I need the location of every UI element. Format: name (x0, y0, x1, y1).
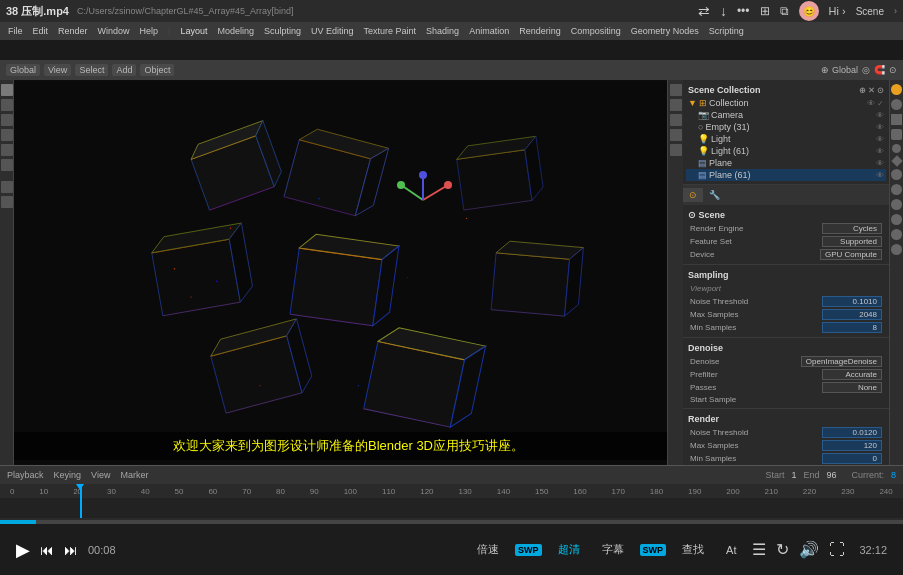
timeline-btn-playback[interactable]: Playback (4, 470, 47, 480)
prev-frame-button[interactable]: ⏮ (40, 543, 54, 557)
tool-annotate[interactable] (1, 181, 13, 193)
visibility-plane61[interactable]: 👁 (876, 171, 884, 180)
proportional-edit[interactable]: ⊙ (889, 65, 897, 75)
tool-scale[interactable] (1, 144, 13, 156)
at-label[interactable]: At (720, 542, 742, 558)
menu-item-window[interactable]: Window (94, 26, 134, 36)
hi-label[interactable]: Hi › (829, 5, 846, 17)
props-tab-render[interactable]: ⊙ (683, 188, 703, 202)
sampling-header[interactable]: Sampling (686, 268, 886, 282)
collection-item-empty[interactable]: ○ Empty (31) 👁 (686, 121, 886, 133)
pip-icon[interactable]: ⧉ (780, 4, 789, 18)
loop-icon[interactable]: ↻ (776, 540, 789, 559)
view-button[interactable]: View (44, 64, 71, 76)
tool-cursor[interactable] (1, 99, 13, 111)
collection-item-plane61[interactable]: ▤ Plane (61) 👁 (686, 169, 886, 181)
passes-value[interactable]: None (822, 382, 882, 393)
menu-item-uv-editing[interactable]: UV Editing (307, 26, 358, 36)
share-icon[interactable]: ⇄ (698, 3, 710, 19)
visibility-empty[interactable]: 👁 (876, 123, 884, 132)
menu-item-file[interactable]: File (4, 26, 27, 36)
menu-item-texture-paint[interactable]: Texture Paint (360, 26, 421, 36)
render-bottom-header[interactable]: Render (686, 412, 886, 426)
search-control[interactable]: 查找 (676, 540, 710, 559)
timeline-btn-view[interactable]: View (88, 470, 113, 480)
more-icon[interactable]: ••• (737, 4, 750, 18)
progress-bar[interactable] (0, 520, 903, 524)
prop-constraints[interactable] (891, 214, 902, 225)
viewport-overlay[interactable] (670, 129, 682, 141)
select-button[interactable]: Select (75, 64, 108, 76)
timeline-track[interactable] (0, 498, 903, 518)
prop-scene[interactable] (891, 129, 902, 140)
menu-item-animation[interactable]: Animation (465, 26, 513, 36)
prop-world[interactable] (892, 144, 901, 153)
menu-item-sculpting[interactable]: Sculpting (260, 26, 305, 36)
prop-modifier[interactable] (891, 169, 902, 180)
menu-item-geometry-nodes[interactable]: Geometry Nodes (627, 26, 703, 36)
render-noise-threshold-value[interactable]: 0.0120 (822, 427, 882, 438)
menu-item-render[interactable]: Render (54, 26, 92, 36)
prop-particles[interactable] (891, 184, 902, 195)
visibility-icon[interactable]: 👁 (867, 99, 875, 108)
feature-set-value[interactable]: Supported (822, 236, 882, 247)
tool-transform[interactable] (1, 159, 13, 171)
tool-rotate[interactable] (1, 129, 13, 141)
collection-item-plane[interactable]: ▤ Plane 👁 (686, 157, 886, 169)
menu-item-scripting[interactable]: Scripting (705, 26, 748, 36)
prop-object[interactable] (891, 155, 902, 166)
render-max-samples-value[interactable]: 120 (822, 440, 882, 451)
prop-output[interactable] (891, 99, 902, 110)
props-tab-scene[interactable]: 🔧 (703, 188, 726, 202)
snap-icon[interactable]: 🧲 (874, 65, 885, 75)
prop-render[interactable] (891, 84, 902, 95)
prop-view-layer[interactable] (891, 114, 902, 125)
play-button[interactable]: ▶ (16, 541, 30, 559)
current-frame-value[interactable]: 8 (888, 470, 899, 480)
collection-item-camera[interactable]: 📷 Camera 👁 (686, 109, 886, 121)
frame-start-value[interactable]: 1 (788, 470, 799, 480)
playlist-icon[interactable]: ☰ (752, 540, 766, 559)
prefilter-value[interactable]: Accurate (822, 369, 882, 380)
volume-icon[interactable]: 🔊 (799, 540, 819, 559)
menu-item-layout[interactable]: Layout (176, 26, 211, 36)
prop-material[interactable] (891, 244, 902, 255)
menu-item-rendering[interactable]: Rendering (515, 26, 565, 36)
min-samples-value[interactable]: 8 (822, 322, 882, 333)
visibility-light61[interactable]: 👁 (876, 147, 884, 156)
render-min-samples-value[interactable]: 0 (822, 453, 882, 464)
subtitle-control[interactable]: 字幕 (596, 540, 630, 559)
menu-item-edit[interactable]: Edit (29, 26, 53, 36)
collection-item-collection[interactable]: ▼ ⊞ Collection 👁 ✓ (686, 97, 886, 109)
collection-item-light61[interactable]: 💡 Light (61) 👁 (686, 145, 886, 157)
viewport-shading-rendered[interactable] (670, 114, 682, 126)
global-button[interactable]: Global (6, 64, 40, 76)
next-frame-button[interactable]: ⏭ (64, 543, 78, 557)
menu-item-compositing[interactable]: Compositing (567, 26, 625, 36)
hd-control[interactable]: 超清 (552, 540, 586, 559)
download-icon[interactable]: ↓ (720, 3, 727, 19)
tool-select[interactable] (1, 84, 13, 96)
playhead[interactable] (80, 484, 82, 518)
menu-item-modeling[interactable]: Modeling (213, 26, 258, 36)
avatar[interactable]: 😊 (799, 1, 819, 21)
menu-item-help[interactable]: Help (136, 26, 163, 36)
fullscreen-icon[interactable]: ⛶ (829, 541, 845, 559)
menu-item-shading[interactable]: Shading (422, 26, 463, 36)
tool-move[interactable] (1, 114, 13, 126)
transform-pivot[interactable]: ◎ (862, 65, 870, 75)
object-button[interactable]: Object (140, 64, 174, 76)
viewport-shading-solid[interactable] (670, 84, 682, 96)
speed-control[interactable]: 倍速 (471, 540, 505, 559)
render-engine-value[interactable]: Cycles (822, 223, 882, 234)
prop-data[interactable] (891, 229, 902, 240)
max-samples-value[interactable]: 2048 (822, 309, 882, 320)
prop-physics[interactable] (891, 199, 902, 210)
denoise-header[interactable]: Denoise (686, 341, 886, 355)
viewport-xray[interactable] (670, 144, 682, 156)
exclude-icon[interactable]: ✓ (877, 99, 884, 108)
viewport-shading-material[interactable] (670, 99, 682, 111)
transform-global[interactable]: ⊕ Global (821, 65, 858, 75)
screen-icon[interactable]: ⊞ (760, 4, 770, 18)
render-header[interactable]: ⊙ Scene (686, 208, 886, 222)
